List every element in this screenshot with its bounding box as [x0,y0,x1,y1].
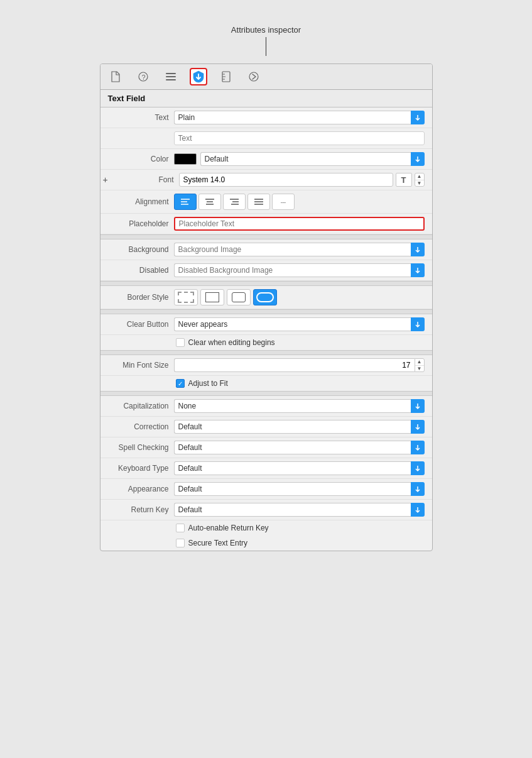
return-key-dropdown-arrow[interactable] [411,503,425,517]
separator-2 [100,281,432,286]
color-dropdown-arrow[interactable] [411,152,425,166]
clear-button-input[interactable] [174,317,411,331]
placeholder-input[interactable] [174,217,425,231]
min-font-label: Min Font Size [108,361,174,370]
toolbar-help-btn[interactable]: ? [134,68,152,85]
disabled-select-combo [174,263,425,277]
section-header: Text Field [100,90,432,107]
font-label: Font [113,175,179,184]
toolbar-ruler-btn[interactable] [217,68,235,85]
attributes-panel: ? [100,63,433,551]
adjust-fit-label: Adjust to Fit [188,379,228,388]
clear-editing-label: Clear when editing begins [188,338,275,347]
border-square-btn[interactable] [200,289,224,305]
keyboard-type-label: Keyboard Type [108,464,174,473]
adjust-fit-row: Adjust to Fit [100,376,432,391]
adjust-fit-checkbox[interactable] [176,379,185,388]
inspector-toolbar: ? [100,64,432,90]
disabled-input[interactable] [174,263,411,277]
background-input[interactable] [174,243,411,256]
color-row: Color [100,149,432,170]
secure-text-label: Secure Text Entry [188,539,248,547]
border-rounded-btn[interactable] [227,289,251,305]
disabled-dropdown-arrow[interactable] [411,263,425,277]
disabled-label: Disabled [108,266,174,275]
border-square-icon [205,292,219,302]
font-t-button[interactable]: T [396,173,412,187]
return-key-row: Return Key [100,500,432,520]
alignment-label: Alignment [108,197,174,206]
secure-text-checkbox[interactable] [176,539,185,547]
align-center-btn[interactable] [198,194,221,210]
clear-button-dropdown-arrow[interactable] [411,317,425,331]
align-none-label: --- [281,198,286,206]
font-row: + Font T ▲ ▼ [100,170,432,190]
svg-text:?: ? [141,74,145,81]
color-swatch[interactable] [174,153,197,165]
font-plus-icon[interactable]: + [103,175,108,185]
keyboard-type-input[interactable] [174,461,411,475]
min-font-stepper: ▲ ▼ [174,358,425,372]
spell-checking-label: Spell Checking [108,443,174,452]
background-dropdown-arrow[interactable] [411,243,425,256]
min-font-input[interactable] [174,358,415,372]
correction-label: Correction [108,422,174,431]
toolbar-list-btn[interactable] [162,68,180,85]
align-none-btn[interactable]: --- [272,194,295,210]
border-style-row: Border Style [100,286,432,309]
min-font-down[interactable]: ▼ [415,366,424,372]
text-label: Text [108,113,174,122]
text-value-input[interactable] [174,131,425,145]
auto-return-row: Auto-enable Return Key [100,520,432,536]
min-font-updown[interactable]: ▲ ▼ [415,358,425,372]
background-label: Background [108,245,174,254]
capitalization-dropdown-arrow[interactable] [411,399,425,413]
section-title: Text Field [108,94,146,103]
capitalization-row: Capitalization [100,396,432,417]
auto-return-label: Auto-enable Return Key [188,524,269,532]
align-justify-btn[interactable] [247,194,270,210]
font-step-down[interactable]: ▼ [415,180,424,187]
toolbar-forward-btn[interactable] [245,68,263,85]
clear-editing-checkbox[interactable] [176,338,185,347]
border-none-btn[interactable] [174,289,198,305]
appearance-row: Appearance [100,479,432,500]
font-inner: T ▲ ▼ [179,173,425,187]
text-select-combo [174,111,425,124]
return-key-input[interactable] [174,503,411,517]
correction-input[interactable] [174,420,411,434]
correction-dropdown-arrow[interactable] [411,420,425,434]
capitalization-input[interactable] [174,399,411,413]
alignment-buttons: --- [174,194,295,210]
align-left-btn[interactable] [174,194,197,210]
text-input[interactable] [174,111,411,124]
annotation-text: Attributes inspector [231,25,301,35]
border-none-icon [178,292,194,303]
separator-1 [100,234,432,239]
appearance-dropdown-arrow[interactable] [411,482,425,496]
appearance-input[interactable] [174,482,411,496]
placeholder-row: Placeholder Placeholder field [100,214,432,234]
border-pill-btn[interactable] [253,289,277,305]
toolbar-file-btn[interactable] [107,68,124,85]
border-pill-icon [256,292,274,302]
spell-checking-dropdown-arrow[interactable] [411,441,425,454]
color-input[interactable] [200,152,411,166]
clear-button-row: Clear Button [100,314,432,335]
spell-checking-row: Spell Checking [100,437,432,458]
text-dropdown-arrow[interactable] [411,111,425,124]
min-font-up[interactable]: ▲ [415,359,424,366]
font-step-up[interactable]: ▲ [415,173,424,180]
separator-4 [100,350,432,355]
font-input[interactable] [179,173,393,187]
align-right-btn[interactable] [223,194,246,210]
text-row: Text [100,107,432,128]
font-stepper[interactable]: ▲ ▼ [415,173,425,187]
separator-3 [100,309,432,314]
spell-checking-input[interactable] [174,441,411,454]
toolbar-attributes-btn[interactable] [190,68,207,85]
auto-return-checkbox[interactable] [176,524,185,532]
keyboard-type-dropdown-arrow[interactable] [411,461,425,475]
clear-button-combo [174,317,425,331]
svg-rect-3 [166,76,176,77]
